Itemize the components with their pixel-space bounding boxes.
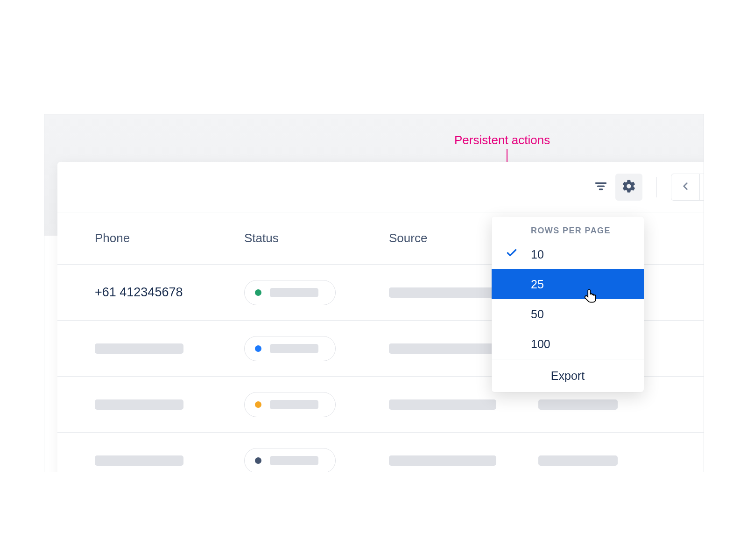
status-badge	[244, 280, 336, 305]
placeholder	[95, 343, 183, 354]
table-toolbar	[57, 162, 704, 212]
status-badge	[244, 448, 336, 472]
cell-phone	[95, 343, 244, 354]
cell-status	[244, 280, 389, 305]
table-row	[57, 433, 704, 472]
cell-extra	[538, 455, 660, 466]
persistent-actions	[587, 174, 642, 201]
cell-phone: +61 412345678	[95, 285, 244, 300]
gear-icon	[621, 179, 636, 196]
placeholder	[389, 287, 496, 298]
placeholder	[538, 455, 618, 466]
status-badge	[244, 336, 336, 361]
placeholder	[270, 456, 318, 465]
menu-item-label: 25	[531, 278, 544, 291]
placeholder	[389, 455, 496, 466]
menu-section-header: ROWS PER PAGE	[492, 217, 644, 239]
check-icon	[506, 247, 518, 262]
menu-item-label: 10	[531, 248, 544, 261]
status-dot	[255, 289, 261, 296]
pager	[671, 174, 704, 201]
menu-item-label: Export	[551, 369, 585, 383]
status-dot	[255, 457, 261, 464]
menu-item-label: 50	[531, 308, 544, 321]
placeholder	[538, 399, 618, 410]
page-prev-button[interactable]	[671, 174, 699, 200]
menu-item-rows-100[interactable]: 100	[492, 329, 644, 359]
menu-item-label: 100	[531, 337, 550, 351]
menu-item-rows-50[interactable]: 50	[492, 299, 644, 329]
demo-frame: Persistent actions	[44, 114, 704, 472]
column-header-phone[interactable]: Phone	[95, 231, 244, 245]
menu-item-rows-10[interactable]: 10	[492, 239, 644, 269]
placeholder	[389, 343, 496, 354]
placeholder	[95, 399, 183, 410]
menu-item-export[interactable]: Export	[492, 359, 644, 392]
settings-button[interactable]	[615, 174, 642, 201]
chevron-left-icon	[679, 180, 691, 194]
placeholder	[270, 344, 318, 353]
placeholder	[270, 400, 318, 409]
cell-extra	[538, 399, 660, 410]
cell-phone	[95, 455, 244, 466]
cell-status	[244, 392, 389, 417]
placeholder	[270, 288, 318, 297]
placeholder	[389, 399, 496, 410]
column-header-status[interactable]: Status	[244, 231, 389, 245]
cell-phone	[95, 399, 244, 410]
status-dot	[255, 345, 261, 352]
settings-menu: ROWS PER PAGE 10 25 50 100 Export	[492, 217, 644, 392]
page-next-button[interactable]	[699, 174, 704, 200]
cell-source	[389, 399, 538, 410]
cell-status	[244, 336, 389, 361]
cell-status	[244, 448, 389, 472]
filter-icon	[593, 179, 608, 196]
placeholder	[95, 455, 183, 466]
menu-item-rows-25[interactable]: 25	[492, 269, 644, 299]
cell-source	[389, 455, 538, 466]
status-badge	[244, 392, 336, 417]
filter-button[interactable]	[587, 174, 614, 201]
status-dot	[255, 401, 261, 408]
toolbar-divider	[656, 177, 657, 197]
